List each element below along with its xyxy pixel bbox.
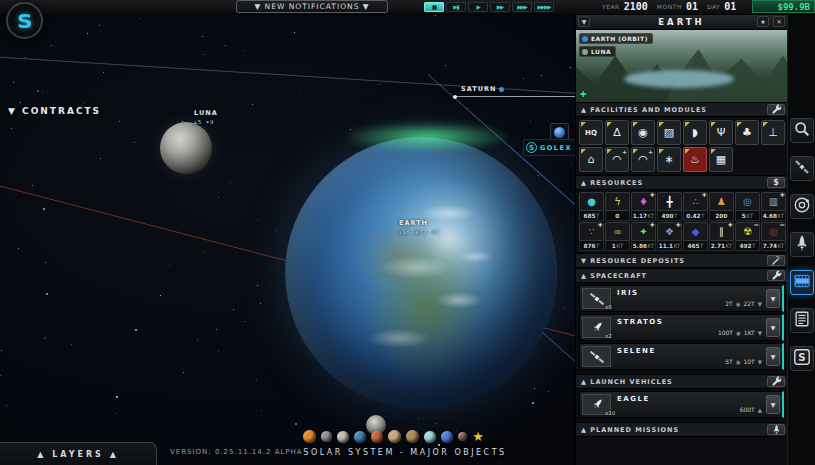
facility-antenna-mast[interactable]: Ψ <box>709 120 733 145</box>
deposits-survey-button[interactable] <box>767 255 785 266</box>
golex-faction-badge[interactable]: S GOLEX <box>523 139 578 156</box>
star-dot <box>445 65 446 66</box>
spacecraft-build-button[interactable] <box>767 270 785 281</box>
section-resources-header[interactable]: ▲ RESOURCES $ <box>576 175 787 190</box>
facility-factory[interactable]: ⌂ <box>579 147 603 172</box>
location-tag-0[interactable]: EARTH (ORBIT) <box>579 33 653 44</box>
solar-bar-venus[interactable] <box>337 431 349 443</box>
section-spacecraft-header[interactable]: ▲ SPACECRAFT <box>576 268 787 283</box>
earth-label[interactable]: EARTH ▴16◆12▾9 <box>399 219 439 235</box>
toolbar-filmstrip-button[interactable] <box>790 270 814 295</box>
earth-label-text: EARTH <box>399 219 439 227</box>
resource-regolith[interactable]: ❖11.1KT+ <box>657 222 682 251</box>
layers-button[interactable]: ▲ LAYERS ▲ <box>0 442 157 465</box>
resource-panels[interactable]: ▥4.68KT+ <box>761 192 786 221</box>
time-play-button[interactable]: ▶ <box>468 2 488 12</box>
luna-label[interactable]: LUNA ▴5▾9 <box>194 109 218 125</box>
resource-crew[interactable]: ♟200 <box>709 192 734 221</box>
moon-luna[interactable] <box>160 122 212 174</box>
time-step-button[interactable]: ▶▮ <box>446 2 466 12</box>
facility-solar-array[interactable]: ▨ <box>657 120 681 145</box>
facility-barracks[interactable]: ▦ <box>709 147 733 172</box>
contracts-toggle[interactable]: ▼ CONTRACTS <box>8 106 101 116</box>
launch-vehicle-row-eagle[interactable]: x10EAGLE600T▲▼ <box>579 391 784 418</box>
resource-gems[interactable]: ◆465T <box>683 222 708 251</box>
resource-crystals[interactable]: ✦5.86KT+ <box>631 222 656 251</box>
resource-sulfur[interactable]: ∞1KT <box>605 222 630 251</box>
time-speed-4-button[interactable]: ▶▶▶▶ <box>534 2 554 12</box>
resource-base-metals[interactable]: ╋490T <box>657 192 682 221</box>
facility-turbine[interactable]: ∗ <box>657 147 681 172</box>
star-dot <box>295 423 297 425</box>
favorite-button[interactable]: ★ <box>757 16 769 27</box>
facility-shelter-dome[interactable]: ◠+ <box>631 147 655 172</box>
spacecraft-row-selene[interactable]: SELENE5T◉10T▼▼ <box>579 343 784 370</box>
saturn-label[interactable]: SATURN <box>461 85 504 93</box>
toolbar-orbit-button[interactable] <box>790 194 814 219</box>
facility-habitat-dome[interactable]: ◠+ <box>605 147 629 172</box>
spacecraft-row-iris[interactable]: x6IRIS2T◉22T▼▼ <box>579 285 784 312</box>
star-dot <box>300 90 301 91</box>
money-display[interactable]: $99.9B <box>752 0 815 13</box>
star-dot <box>499 462 500 463</box>
planned-missions-add-button[interactable] <box>767 424 785 435</box>
section-launch-vehicles-header[interactable]: ▲ LAUNCH VEHICLES <box>576 374 787 389</box>
facility-water-extractor[interactable]: ◗ <box>683 120 707 145</box>
solar-bar-mercury[interactable] <box>321 431 332 442</box>
planet-earth[interactable] <box>285 137 557 409</box>
section-facilities-header[interactable]: ▲ FACILITIES AND MODULES <box>576 102 787 117</box>
toolbar-golex-logo-button[interactable]: S <box>790 346 814 371</box>
solar-bar-neptune[interactable] <box>441 431 453 443</box>
resources-market-button[interactable]: $ <box>767 177 785 188</box>
facility-observatory[interactable]: ◉ <box>631 120 655 145</box>
solar-bar-jupiter[interactable] <box>388 430 401 443</box>
resource-noble-metals[interactable]: ∴0.42T+ <box>683 192 708 221</box>
solar-bar-sun[interactable] <box>303 430 316 443</box>
star-dot <box>350 129 351 130</box>
location-tag-1[interactable]: LUNA <box>579 46 616 57</box>
craft-action-button[interactable]: ▼ <box>766 395 780 414</box>
resource-organics[interactable]: ∵876T+ <box>579 222 604 251</box>
time-speed-3-button[interactable]: ▶▶▶ <box>512 2 532 12</box>
toolbar-manifest-button[interactable] <box>790 308 814 333</box>
star-dot <box>32 185 33 186</box>
craft-action-button[interactable]: ▼ <box>766 347 780 366</box>
facility-hq[interactable]: HQ <box>579 120 603 145</box>
fissiles-unit: T <box>752 243 756 249</box>
section-planned-missions-header[interactable]: ▲ PLANNED MISSIONS <box>576 422 787 437</box>
resource-fissiles[interactable]: ☢492T− <box>735 222 760 251</box>
spacecraft-row-stratos[interactable]: x2STRATOS100T◉1KT▼▼ <box>579 314 784 341</box>
facility-drill[interactable]: ⊥ <box>761 120 785 145</box>
solar-bar-earth[interactable] <box>354 431 366 443</box>
panel-collapse-button[interactable]: ▼ <box>578 16 590 27</box>
faction-logo[interactable]: S <box>6 2 43 39</box>
toolbar-rocket-button[interactable] <box>790 232 814 257</box>
facility-launch-facility[interactable]: ∆ <box>605 120 629 145</box>
facility-farm[interactable]: ♣ <box>735 120 759 145</box>
resource-propellant[interactable]: ∥2.71KT+ <box>709 222 734 251</box>
time-pause-button[interactable]: ▮▮ <box>424 2 444 12</box>
facility-reactor[interactable]: ♨ <box>683 147 707 172</box>
time-speed-2-button[interactable]: ▶▶ <box>490 2 510 12</box>
resource-water[interactable]: ◎5KT <box>735 192 760 221</box>
solar-bar-mars[interactable] <box>371 431 383 443</box>
earth-stat: ▴16 <box>399 229 410 235</box>
resource-ore[interactable]: ●685T <box>579 192 604 221</box>
panel-close-button[interactable]: ✕ <box>773 16 785 27</box>
solar-bar-saturn[interactable] <box>406 430 419 443</box>
star-dot <box>84 103 85 104</box>
solar-bar-star-marker-icon[interactable]: ★ <box>472 430 484 443</box>
resource-volatiles[interactable]: ♦1.17KT+ <box>631 192 656 221</box>
toolbar-satellite-button[interactable] <box>790 156 814 181</box>
resource-exotics[interactable]: ◎7.74KT− <box>761 222 786 251</box>
resource-power[interactable]: ϟ0 <box>605 192 630 221</box>
craft-action-button[interactable]: ▼ <box>766 318 780 337</box>
section-deposits-header[interactable]: ▼ RESOURCE DEPOSITS <box>576 253 787 268</box>
launch-vehicles-build-button[interactable] <box>767 376 785 387</box>
craft-action-button[interactable]: ▼ <box>766 289 780 308</box>
solar-bar-uranus[interactable] <box>424 431 436 443</box>
toolbar-search-button[interactable] <box>790 118 814 143</box>
notifications-button[interactable]: ▼ NEW NOTIFICATIONS ▼ <box>236 0 388 13</box>
facilities-build-button[interactable] <box>767 104 785 115</box>
solar-bar-pluto[interactable] <box>458 432 467 441</box>
